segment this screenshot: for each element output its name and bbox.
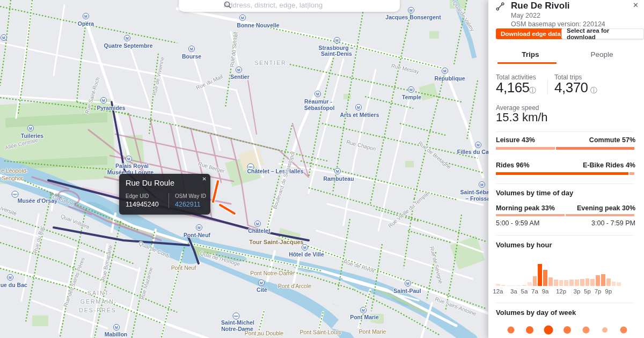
- volumes-by-day-chart: [496, 324, 634, 336]
- metro-station-icon: M: [258, 280, 265, 286]
- hour-bar: [517, 285, 521, 286]
- hour-bar: [580, 279, 584, 286]
- tooltip-divider: [169, 193, 169, 208]
- tab-trips[interactable]: Trips: [496, 50, 565, 58]
- metro-station-icon: M: [196, 224, 202, 231]
- hour-bar: [538, 264, 542, 286]
- split-segment: [556, 147, 634, 150]
- hour-axis-tick: 7p: [595, 288, 602, 295]
- metro-station-icon: M: [360, 307, 367, 313]
- metro-station-icon: M: [254, 221, 261, 227]
- day-dot: [620, 327, 627, 334]
- ebike-rides-label: E-Bike Rides 4%: [583, 161, 635, 169]
- metro-station-icon: M: [442, 68, 448, 74]
- metro-station-icon: M: [314, 91, 321, 97]
- hour-axis-tick: 9a: [542, 288, 549, 295]
- hour-axis-tick: 12a: [493, 288, 503, 295]
- hour-bar: [554, 280, 558, 286]
- info-icon[interactable]: ⓘ: [529, 86, 536, 95]
- hour-axis-tick: 7a: [531, 288, 538, 295]
- tooltip-close-icon[interactable]: ✕: [202, 176, 207, 182]
- ride-type-split-bar: [496, 172, 634, 175]
- total-activities-value: 4,165: [496, 79, 530, 96]
- metro-station-icon: M: [100, 97, 107, 104]
- metro-station-icon: M: [475, 142, 481, 148]
- hour-bar: [533, 276, 537, 286]
- osm-way-link[interactable]: 4262911: [175, 201, 206, 208]
- edge-tooltip: Rue Du Roule ✕ Edge UID 114945240 OSM Wa…: [119, 174, 210, 215]
- leisure-label: Leisure 43%: [496, 136, 535, 144]
- average-speed-value: 15.3 km/h: [496, 111, 548, 124]
- osm-way-label: OSM Way ID: [175, 193, 206, 199]
- metro-station-icon: M: [334, 37, 340, 43]
- metro-station-icon: M: [236, 67, 242, 73]
- select-area-button[interactable]: Select area for download: [561, 28, 644, 39]
- rer-station-icon: RER: [247, 164, 254, 171]
- tooltip-street-name: Rue Du Roule: [126, 179, 174, 187]
- search-bar[interactable]: [179, 0, 400, 12]
- hour-bar: [501, 285, 506, 286]
- metro-station-icon: M: [479, 181, 485, 188]
- metro-station-icon: M: [126, 156, 132, 162]
- metro-station-icon: M: [239, 14, 246, 21]
- selected-edge-highlight: [213, 181, 235, 214]
- hour-bar: [606, 278, 611, 286]
- day-dot: [544, 326, 553, 335]
- rer-station-icon: RER: [12, 191, 19, 198]
- hour-bar: [569, 280, 574, 286]
- hour-bar: [496, 284, 500, 286]
- metro-station-icon: M: [405, 280, 411, 286]
- morning-peak-time: 5:00 - 9:59 AM: [496, 219, 539, 227]
- edge-segment-icon: [496, 2, 504, 11]
- hour-bar: [511, 285, 516, 286]
- metro-station-icon: M: [113, 324, 120, 330]
- hour-bar: [548, 277, 553, 286]
- hour-bar: [564, 280, 568, 286]
- section-divider: [496, 131, 634, 132]
- section-divider: [496, 235, 634, 236]
- hour-chart-heading: Volumes by hour: [496, 241, 552, 249]
- split-segment: [566, 214, 634, 216]
- hour-bar: [617, 282, 621, 286]
- metro-station-icon: M: [124, 35, 130, 41]
- section-divider: [496, 183, 634, 184]
- hour-bar: [590, 279, 595, 286]
- day-dot: [583, 327, 590, 334]
- hour-bar: [559, 280, 564, 286]
- map-base-layer: [0, 0, 488, 338]
- rer-station-icon: RER: [233, 313, 240, 320]
- details-panel: Rue De Rivoli May 2022 OSM basemap versi…: [488, 0, 644, 338]
- hour-bar: [522, 285, 526, 286]
- volumes-by-hour-chart: [496, 264, 634, 286]
- edge-uid-value: 114945240: [126, 201, 169, 208]
- hour-bar: [612, 282, 616, 286]
- hour-bar: [543, 270, 547, 286]
- hour-axis-tick: 5p: [584, 288, 591, 295]
- search-icon: [224, 1, 231, 9]
- map-canvas[interactable]: MMOpéraMQuatre SeptembreMGrands Boulevar…: [0, 0, 488, 338]
- search-input[interactable]: [224, 1, 374, 9]
- hour-bar: [528, 282, 532, 286]
- split-segment: [496, 172, 628, 175]
- download-edge-data-button[interactable]: Download edge data: [496, 28, 566, 39]
- metro-station-icon: M: [1, 34, 7, 41]
- metro-station-icon: M: [302, 244, 308, 251]
- metro-station-icon: M: [408, 7, 414, 13]
- hour-bar: [575, 280, 579, 286]
- peaks-split-bar: [496, 214, 634, 216]
- commute-label: Commute 57%: [589, 136, 635, 144]
- metro-station-icon: M: [408, 86, 414, 93]
- split-segment: [496, 147, 555, 150]
- day-dot: [602, 327, 608, 333]
- metro-station-icon: M: [188, 46, 195, 52]
- basemap-version: OSM basemap version: 220124: [511, 20, 605, 28]
- metro-station-icon: M: [83, 13, 89, 19]
- info-icon[interactable]: ⓘ: [590, 86, 597, 95]
- date-range: May 2022: [511, 12, 540, 19]
- tab-people[interactable]: People: [567, 50, 636, 58]
- hour-bar: [507, 285, 511, 286]
- close-icon[interactable]: ✕: [633, 1, 639, 9]
- evening-peak-label: Evening peak 30%: [577, 204, 635, 212]
- metro-station-icon: M: [27, 125, 34, 131]
- total-trips-value: 4,370: [554, 79, 588, 96]
